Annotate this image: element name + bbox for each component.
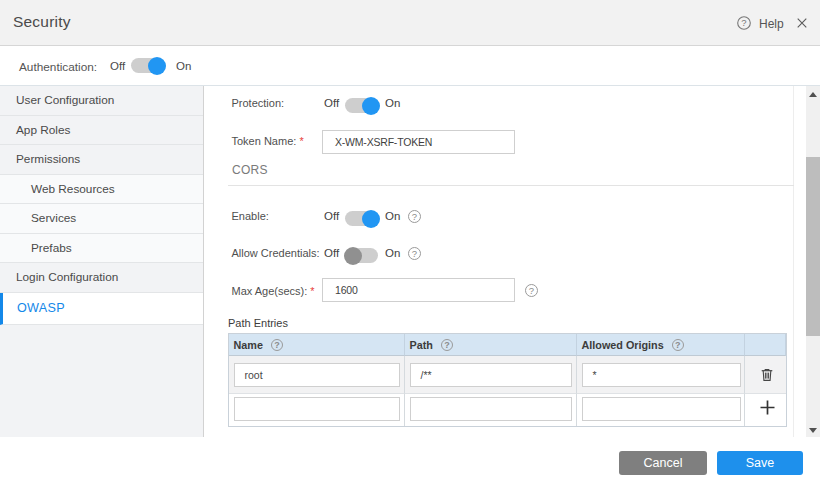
svg-text:?: ?: [741, 17, 746, 28]
